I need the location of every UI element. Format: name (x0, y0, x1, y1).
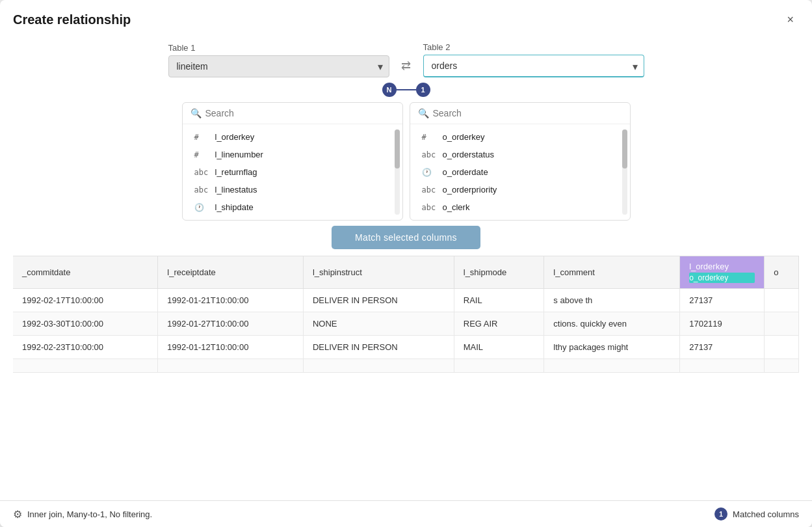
table-row: 1992-02-17T10:00:00 1992-01-21T10:00:00 … (13, 289, 799, 312)
cell: 1992-03-30T10:00:00 (13, 312, 158, 336)
columns-row: 🔍 # l_orderkey # l_linenumber abc l_retu… (13, 102, 799, 221)
col-header-receiptdate: l_receiptdate (158, 256, 304, 289)
col-name: l_returnflag (215, 167, 257, 177)
cell: MAIL (454, 336, 544, 359)
table2-col-list: # o_orderkey abc o_orderstatus 🕐 o_order… (410, 124, 630, 220)
col-header-shipinstruct: l_shipinstruct (303, 256, 454, 289)
gear-icon: ⚙ (13, 508, 22, 520)
connector-line (397, 89, 416, 90)
scrollbar1[interactable] (395, 129, 400, 215)
col-name: o_orderpriority (443, 185, 497, 195)
cell: DELIVER IN PERSON (303, 289, 454, 312)
cell: ctions. quickly even (544, 312, 680, 336)
matched-col-secondary-label: o_orderkey (689, 273, 755, 283)
swap-icon: ⇄ (401, 59, 411, 73)
modal-header: Create relationship × (0, 0, 812, 36)
cell: 1992-01-27T10:00:00 (158, 312, 304, 336)
matched-label: Matched columns (733, 509, 799, 519)
list-item[interactable]: abc l_returnflag (183, 163, 402, 181)
col-name: o_orderdate (443, 167, 488, 177)
col-name: o_clerk (443, 202, 470, 212)
cell (13, 359, 158, 373)
type-icon-clock: 🕐 (194, 203, 209, 212)
list-item[interactable]: 🕐 l_shipdate (183, 198, 402, 216)
table1-col-list: # l_orderkey # l_linenumber abc l_return… (183, 124, 402, 220)
cell: RAIL (454, 289, 544, 312)
col-name: l_orderkey (215, 132, 255, 142)
col-name: l_linestatus (215, 185, 257, 195)
type-icon-hash: # (194, 133, 209, 142)
search1-input[interactable] (205, 108, 395, 118)
cell (765, 336, 799, 359)
footer-left: ⚙ Inner join, Many-to-1, No filtering. (13, 508, 152, 520)
type-icon-abc: abc (194, 185, 209, 195)
matched-count-badge: 1 (714, 507, 727, 520)
col-header-comment: l_comment (544, 256, 680, 289)
col-header-commitdate: _commitdate (13, 256, 158, 289)
col-name: l_linenumber (215, 150, 263, 159)
col-header-lorderkey: l_orderkey o_orderkey (680, 256, 765, 289)
table2-select-wrapper: orders lineitem customer (423, 55, 644, 77)
modal-body: Table 1 lineitem orders customer ⇄ Table… (0, 36, 812, 500)
search1-icon: 🔍 (190, 108, 202, 118)
cell: 1702119 (680, 312, 765, 336)
search2-input[interactable] (433, 108, 622, 118)
modal-footer: ⚙ Inner join, Many-to-1, No filtering. 1… (0, 500, 812, 527)
cell (765, 289, 799, 312)
type-icon-clock: 🕐 (422, 168, 436, 177)
list-item[interactable]: 🕐 o_orderdate (410, 163, 630, 181)
cell: DELIVER IN PERSON (303, 336, 454, 359)
cell: s above th (544, 289, 680, 312)
close-button[interactable]: × (781, 10, 799, 29)
scrollbar2[interactable] (622, 129, 627, 215)
data-table: _commitdate l_receiptdate l_shipinstruct… (13, 256, 799, 373)
cell (544, 359, 680, 373)
table2-search-wrap: 🔍 (410, 103, 630, 124)
join-info: Inner join, Many-to-1, No filtering. (27, 509, 152, 519)
cell (765, 359, 799, 373)
type-icon-abc: abc (194, 168, 209, 177)
table1-select[interactable]: lineitem orders customer (168, 55, 389, 77)
table2-column-box: 🔍 # o_orderkey abc o_orderstatus 🕐 o_ord… (410, 102, 631, 221)
table1-select-wrapper: lineitem orders customer (168, 55, 389, 77)
cell (303, 359, 454, 373)
type-icon-abc: abc (422, 150, 436, 159)
list-item[interactable]: abc o_clerk (410, 198, 630, 216)
col-header-extra: o (765, 256, 799, 289)
data-table-wrap[interactable]: _commitdate l_receiptdate l_shipinstruct… (13, 256, 799, 500)
swap-icon-wrap: ⇄ (395, 54, 418, 77)
list-item[interactable]: # l_orderkey (183, 128, 402, 146)
table1-column-box: 🔍 # l_orderkey # l_linenumber abc l_retu… (182, 102, 403, 221)
table2-select[interactable]: orders lineitem customer (423, 55, 644, 77)
table1-label: Table 1 (168, 43, 389, 53)
match-btn-row: Match selected columns (13, 226, 799, 249)
table2-selector-group: Table 2 orders lineitem customer (423, 42, 644, 77)
cell (158, 359, 304, 373)
list-item[interactable]: # o_orderkey (410, 128, 630, 146)
list-item[interactable]: abc l_linestatus (183, 181, 402, 198)
col-name: l_shipdate (215, 202, 254, 212)
list-item[interactable]: abc o_orderstatus (410, 146, 630, 163)
list-item[interactable]: # l_linenumber (183, 146, 402, 163)
match-selected-columns-button[interactable]: Match selected columns (332, 226, 480, 249)
list-item[interactable]: abc o_orderpriority (410, 181, 630, 198)
col-name: o_orderkey (443, 132, 485, 142)
table-header-row: _commitdate l_receiptdate l_shipinstruct… (13, 256, 799, 289)
footer-right: 1 Matched columns (714, 507, 799, 520)
cell: NONE (303, 312, 454, 336)
table-row (13, 359, 799, 373)
type-icon-hash: # (194, 150, 209, 159)
cell: 1992-01-21T10:00:00 (158, 289, 304, 312)
table-row: 1992-03-30T10:00:00 1992-01-27T10:00:00 … (13, 312, 799, 336)
table2-label: Table 2 (423, 42, 644, 52)
connector-badges: N 1 (382, 83, 430, 97)
table-row: 1992-02-23T10:00:00 1992-01-12T10:00:00 … (13, 336, 799, 359)
type-icon-abc: abc (422, 185, 436, 195)
cell (680, 359, 765, 373)
create-relationship-modal: Create relationship × Table 1 lineitem o… (0, 0, 812, 527)
modal-title: Create relationship (13, 12, 131, 27)
cell: lthy packages might (544, 336, 680, 359)
badge-1: 1 (416, 83, 430, 97)
cell: REG AIR (454, 312, 544, 336)
cell: 1992-02-17T10:00:00 (13, 289, 158, 312)
